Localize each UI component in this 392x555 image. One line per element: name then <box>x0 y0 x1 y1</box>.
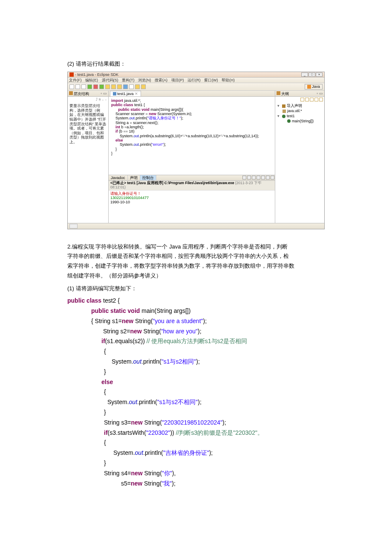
console-line-3: 1990-10-10 <box>110 200 273 204</box>
console-removeall-icon[interactable] <box>247 176 251 179</box>
tab-console[interactable]: 控制台 <box>140 175 156 180</box>
outline-tab[interactable]: 大纲 ▫ ▭ <box>275 91 324 97</box>
outline-class-test1[interactable]: ▾test1 <box>277 114 322 119</box>
hierarchy-tab[interactable]: 层次结构 ▫ ▭ <box>68 91 108 97</box>
prose-2: 2.编程实现 字符串比较和转换。编写一个 Java 应用程序，判断两个字符串是否… <box>67 242 325 281</box>
editor-tab-label: test1.java <box>117 92 134 96</box>
menu-navigate[interactable]: 浏览(N) <box>138 78 151 82</box>
tab-declaration[interactable]: 声明 <box>128 175 140 180</box>
caption-1: (1) 请将源码编写完整如下： <box>67 284 325 293</box>
outline-title: 大纲 <box>281 92 289 96</box>
tb-newclass-icon[interactable] <box>105 84 110 89</box>
package-icon <box>282 110 286 113</box>
tb-debug-icon[interactable] <box>93 84 98 89</box>
console-lock-icon[interactable] <box>252 176 256 179</box>
menu-run[interactable]: 运行(R) <box>187 78 201 82</box>
hierarchy-hint: 要显示类型层次结构，选择类型（例如，在大纲视图或编辑器中）并选择 "打开类型层次… <box>68 102 108 146</box>
tb-save-icon[interactable] <box>75 84 80 89</box>
console-display-icon[interactable] <box>261 176 265 179</box>
console-min-icon[interactable] <box>266 176 270 179</box>
menubar: 文件(F) 编辑(E) 源代码(S) 重构(T) 浏览(N) 搜索(A) 项目(… <box>68 78 324 83</box>
tb-run-icon[interactable] <box>87 84 92 89</box>
outline-view: 大纲 ▫ ▭ ▾导入声明 java.util.* ▾test1 main(Str… <box>275 91 324 223</box>
imports-icon <box>282 104 285 108</box>
tb-newpkg-icon[interactable] <box>111 84 116 89</box>
outline-toolbar <box>275 97 324 102</box>
eclipse-screenshot: - test1.java - Eclipse SDK _ □ × 文件(F) 编… <box>67 72 325 229</box>
menu-edit[interactable]: 编辑(E) <box>85 78 98 82</box>
status-box <box>69 224 78 228</box>
console-header: <已终止> test1 [Java 应用程序] C:\Program Files… <box>109 181 275 191</box>
close-button[interactable]: × <box>316 72 323 77</box>
outline-import-javautil[interactable]: java.util.* <box>277 109 322 114</box>
tb-print-icon[interactable] <box>81 84 86 89</box>
app-icon <box>69 72 74 77</box>
tb-new-icon[interactable] <box>69 84 74 89</box>
hierarchy-min-icon[interactable]: ▫ ▭ <box>101 91 107 95</box>
menu-source[interactable]: 源代码(S) <box>102 78 118 82</box>
editor-tab-test1[interactable]: test1.java ✕ <box>110 91 141 96</box>
java-file-icon <box>113 92 116 95</box>
console-output[interactable]: 请输入身份证号！ 130221199010104477 1990-10-10 <box>109 191 275 223</box>
outline-min-icon[interactable]: ▫ ▭ <box>317 91 323 95</box>
tab-javadoc[interactable]: Javadoc <box>109 175 128 180</box>
hierarchy-title: 层次结构 <box>74 92 89 96</box>
caption-2: (2) 请将运行结果截图： <box>67 60 325 68</box>
window-titlebar: - test1.java - Eclipse SDK _ □ × <box>68 72 324 78</box>
window-controls: _ □ × <box>301 72 323 77</box>
code-editor[interactable]: import java.util.*; public class test1 {… <box>109 97 275 175</box>
method-icon <box>287 119 291 123</box>
console-line-1: 请输入身份证号！ <box>110 191 273 196</box>
tb-nav-icon[interactable] <box>129 84 134 89</box>
console-remove-icon[interactable] <box>242 176 246 179</box>
menu-file[interactable]: 文件(F) <box>69 78 82 82</box>
tb-search-icon[interactable] <box>123 84 128 89</box>
window-title: - test1.java - Eclipse SDK <box>75 72 301 77</box>
outline-method-main[interactable]: main(String[]) <box>277 119 322 124</box>
tb-run2-icon[interactable] <box>99 84 104 89</box>
tb-fwd-icon[interactable] <box>141 84 146 89</box>
class-icon <box>282 115 285 118</box>
perspective-java[interactable]: Java <box>305 84 323 89</box>
java-perspective-icon <box>307 85 311 89</box>
console-line-2: 130221199010104477 <box>110 196 273 200</box>
outline-imports[interactable]: ▾导入声明 <box>277 104 322 109</box>
hierarchy-icon <box>69 91 73 95</box>
source-code-block: public class test2 { public static void … <box>67 296 325 489</box>
editor-tab-close-icon[interactable]: ✕ <box>135 92 138 96</box>
toolbar: Java <box>68 83 324 90</box>
tb-back-icon[interactable] <box>135 84 140 89</box>
menu-window[interactable]: 窗口(W) <box>204 78 218 82</box>
editor-tabrow: test1.java ✕ <box>109 91 275 97</box>
menu-help[interactable]: 帮助(H) <box>222 78 235 82</box>
statusbar <box>68 223 324 229</box>
console-pin-icon[interactable] <box>257 176 260 179</box>
bottom-tabs: Javadoc 声明 控制台 <box>109 175 275 181</box>
menu-project[interactable]: 项目(P) <box>171 78 184 82</box>
hierarchy-toolbar: ⤴ ⎘ ▿ ⋮ <box>68 97 108 102</box>
minimize-button[interactable]: _ <box>301 72 308 77</box>
menu-search[interactable]: 搜索(A) <box>155 78 167 82</box>
outline-icon <box>277 91 280 95</box>
hierarchy-view: 层次结构 ▫ ▭ ⤴ ⎘ ▿ ⋮ 要显示类型层次结构，选择类型（例如，在大纲视图… <box>68 91 109 223</box>
tb-newproj-icon[interactable] <box>117 84 122 89</box>
perspective-label: Java <box>312 84 320 89</box>
console-max-icon[interactable] <box>271 176 274 179</box>
menu-refactor[interactable]: 重构(T) <box>122 78 135 82</box>
maximize-button[interactable]: □ <box>308 72 315 77</box>
